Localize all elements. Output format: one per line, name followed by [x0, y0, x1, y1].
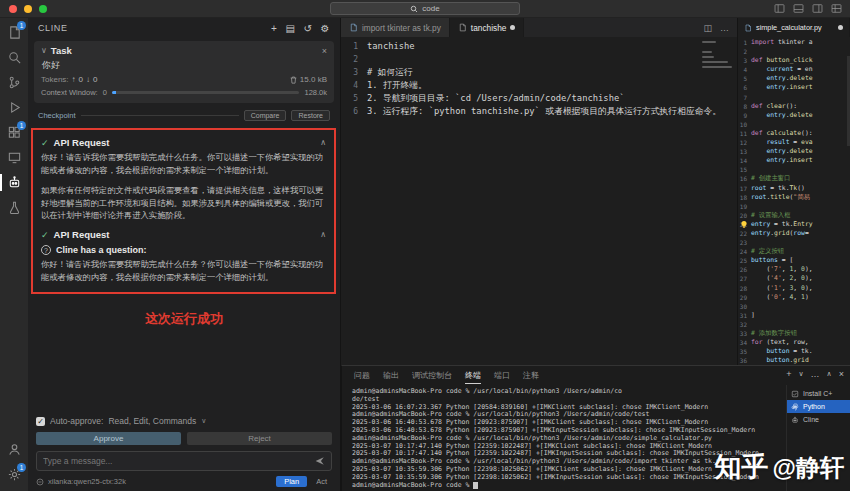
code-editor[interactable]: 1tanchishe23# 如何运行41. 打开终端。52. 导航到项目目录: …: [341, 37, 737, 365]
task-card: ∨ Task × 你好 Tokens: ↑ 0 ↓ 0 15.0 kB Cont…: [34, 41, 334, 103]
chevron-down-icon[interactable]: ∨: [41, 46, 47, 55]
panel-tab-端口[interactable]: 端口: [494, 367, 510, 384]
minimap[interactable]: [702, 41, 734, 71]
trash-icon[interactable]: [290, 76, 297, 84]
command-center[interactable]: code: [330, 2, 520, 15]
editor-group-center: import tkinter as tk.py tanchishe ◫ … 1t…: [341, 18, 737, 365]
code-text: buttons = [: [751, 256, 793, 265]
checkpoint-divider: [81, 115, 239, 116]
cline-settings-icon[interactable]: ⚙: [320, 23, 330, 34]
code-text: ('0', 4, 1): [751, 293, 809, 302]
code-text: result = eva: [751, 138, 813, 147]
code-editor-right[interactable]: 1import tkinter a23def button_click4 cur…: [738, 37, 850, 365]
activity-item-search[interactable]: [0, 45, 28, 70]
tab-tanchishe[interactable]: tanchishe: [450, 18, 525, 37]
code-text: entry = tk.Entry: [751, 220, 813, 229]
terminal-dropdown-icon[interactable]: ∨: [798, 370, 803, 378]
activity-item-remote[interactable]: [0, 145, 28, 170]
approve-button[interactable]: Approve: [36, 432, 181, 445]
zoom-window-button[interactable]: [39, 5, 47, 13]
code-line: 41. 打开终端。: [341, 79, 737, 92]
customize-layout-icon[interactable]: [831, 3, 842, 14]
notification-badge: 1: [17, 463, 26, 472]
code-line: 8def clear():: [738, 102, 850, 111]
new-terminal-icon[interactable]: +: [786, 369, 791, 379]
annotation-highlight-box: ✓ API Request ∧ 你好！请告诉我你需要我帮助完成什么任务。你可以描…: [31, 128, 336, 294]
more-actions-icon[interactable]: …: [720, 23, 729, 33]
toggle-sidebar-icon[interactable]: [774, 3, 785, 14]
code-line: 14 entry.insert: [738, 156, 850, 165]
auto-approve-value: Read, Edit, Commands: [108, 416, 196, 426]
code-line: 2: [341, 53, 737, 66]
terminal-instance-cline[interactable]: Cline: [787, 413, 850, 426]
panel-tab-问题[interactable]: 问题: [354, 367, 370, 384]
split-editor-icon[interactable]: ◫: [703, 23, 712, 33]
new-task-icon[interactable]: +: [271, 23, 277, 34]
activity-bar: 11 1: [0, 18, 28, 491]
question-icon: ?: [41, 245, 51, 255]
chevron-up-icon[interactable]: ∧: [320, 230, 326, 239]
titlebar-actions: [774, 3, 842, 14]
terminal-instance-install-c-[interactable]: Install C+: [787, 387, 850, 400]
code-line: 28 ('1', 3, 0),: [738, 284, 850, 293]
activity-item-source-control[interactable]: [0, 70, 28, 95]
auto-approve-checkbox[interactable]: ✓: [36, 417, 45, 426]
close-panel-icon[interactable]: ×: [839, 369, 844, 379]
auto-approve-row[interactable]: ✓ Auto-approve: Read, Edit, Commands ∨: [36, 416, 332, 426]
reject-button[interactable]: Reject: [187, 432, 332, 445]
maximize-panel-icon[interactable]: ∧: [827, 370, 832, 378]
unsaved-dot-icon[interactable]: [838, 25, 843, 30]
lightbulb-icon[interactable]: [740, 220, 748, 230]
titlebar: code: [0, 0, 850, 18]
close-task-icon[interactable]: ×: [322, 46, 327, 56]
editor-actions: ◫ …: [703, 18, 737, 37]
toggle-secondary-sidebar-icon[interactable]: [812, 3, 823, 14]
mcp-servers-icon[interactable]: ▤: [285, 23, 295, 34]
message-input-container: [36, 451, 332, 471]
activity-item-explorer[interactable]: 1: [0, 20, 28, 45]
activity-item-extensions[interactable]: 1: [0, 120, 28, 145]
activity-item-settings[interactable]: 1: [0, 462, 28, 487]
act-toggle[interactable]: Act: [311, 476, 332, 487]
vscode-window: code 11 1 CLINE + ▤ ↺ ⚙ ∨ Task: [0, 0, 850, 491]
close-window-button[interactable]: [9, 5, 17, 13]
send-icon[interactable]: [315, 456, 325, 466]
more-actions-icon[interactable]: …: [811, 369, 820, 379]
api-request-header[interactable]: ✓ API Request ∧: [41, 229, 326, 240]
code-line: 23: [738, 238, 850, 247]
code-text: # 添加数字按钮: [751, 329, 797, 338]
unsaved-dot-icon[interactable]: [510, 25, 515, 30]
line-number: 2: [738, 47, 751, 56]
panel-tab-输出[interactable]: 输出: [383, 367, 399, 384]
terminal-cursor: [473, 482, 478, 489]
history-icon[interactable]: ↺: [303, 23, 312, 34]
panel-tab-调试控制台[interactable]: 调试控制台: [412, 367, 452, 384]
model-label[interactable]: xilanka:qwen25-ctx:32k: [48, 477, 126, 486]
restore-button[interactable]: Restore: [291, 110, 330, 121]
compare-button[interactable]: Compare: [244, 110, 287, 121]
toggle-panel-icon[interactable]: [793, 3, 804, 14]
code-line: 5 entry.delete: [738, 74, 850, 83]
minimize-window-button[interactable]: [24, 5, 32, 13]
chevron-down-icon[interactable]: ∨: [201, 417, 206, 425]
chevron-up-icon[interactable]: ∧: [320, 138, 326, 147]
activity-item-account[interactable]: [0, 437, 28, 462]
activity-item-cline[interactable]: [0, 170, 28, 195]
panel-tab-终端[interactable]: 终端: [465, 367, 481, 384]
activity-item-run-debug[interactable]: [0, 95, 28, 120]
terminal-instance-python[interactable]: Python: [787, 400, 850, 413]
code-text: ('1', 3, 0),: [751, 284, 813, 293]
activity-item-testing[interactable]: [0, 195, 28, 220]
plan-toggle[interactable]: Plan: [276, 476, 307, 487]
panel-tab-注释[interactable]: 注释: [523, 367, 539, 384]
api-request-header[interactable]: ✓ API Request ∧: [41, 137, 326, 148]
line-number: 17: [738, 184, 751, 193]
editor-group-right: simple_calculator.py 1import tkinter a23…: [737, 18, 850, 365]
code-line: 29 ('0', 4, 1): [738, 293, 850, 302]
message-input[interactable]: [43, 456, 310, 466]
line-number: 13: [738, 147, 751, 156]
tab-import-tkinter[interactable]: import tkinter as tk.py: [341, 18, 450, 37]
code-line: 21entry = tk.Entry: [738, 220, 850, 229]
tab-simple-calculator[interactable]: simple_calculator.py: [738, 18, 850, 37]
code-line: 52. 导航到项目目录: `cd /Users/admin/code/tanch…: [341, 92, 737, 105]
